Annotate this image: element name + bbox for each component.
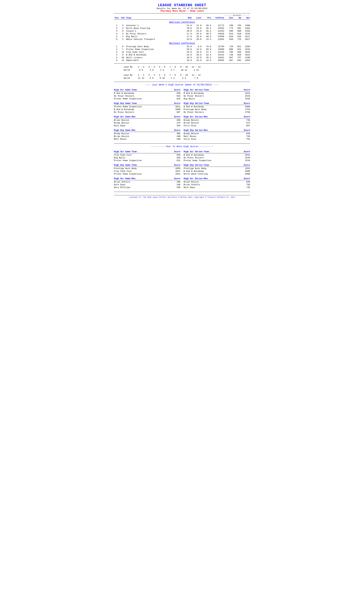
- list-item: Chris Dile 667: [184, 124, 250, 127]
- col-team-header: Team: [126, 17, 182, 19]
- list-item: Matt Moses 280: [114, 138, 180, 141]
- table-row: 2 7 Protec Home Inspection 29.0 13.0 69.…: [114, 48, 250, 51]
- ytd-high-hcp-series-team: High Hcp Series-Team Score Prestige Auto…: [184, 164, 250, 175]
- list-item: Brian Schultz 299: [114, 180, 180, 183]
- lw-high-scr-series-team: High Scr Series-Team Score B And W Autob…: [184, 89, 250, 100]
- table-row: 5 10 Split Lickers 19.0 23.0 45.2 12021 …: [114, 56, 250, 59]
- list-item: Bi Polar Rollers 2750: [184, 111, 250, 114]
- lane-label-2: Lane No: [124, 74, 135, 76]
- table-row: 1 8 Prestige Auto Body 33.0 9.0 78.6 127…: [114, 45, 250, 48]
- list-item: B And W Autobody 2622: [184, 92, 250, 95]
- list-item: Brady Boivin 736: [184, 119, 250, 122]
- lw-hsg-team-header: High Scr Game-Team Score: [114, 89, 180, 92]
- list-item: Big Balls 2416: [184, 97, 250, 100]
- ytd-high-scr-game-men: High Scr Game-Men Score Brian Schultz 29…: [114, 177, 180, 189]
- list-item: Big Balls 926: [114, 156, 180, 159]
- lw-hss-men-header: High Scr Series-Men Score: [184, 116, 250, 119]
- lw-high-hcp-game-men: High Hcp Game-Men Score Brady Boivin 306…: [114, 129, 180, 141]
- list-item: Matt Moses 759: [184, 135, 250, 138]
- list-item: B And W Autobody 2889: [184, 170, 250, 173]
- subtitle: Results for Week No. 22 of 32 02/08/2024: [114, 7, 250, 10]
- lane-section-1: Lane No 1 - 2 3 - 4 5 - 6 7 - 8 9 - 10 1…: [114, 66, 250, 72]
- list-item: Bi Polar Rollers 918: [114, 95, 180, 97]
- ytd-header: ---------- Year To Date High Scores ----…: [114, 145, 250, 148]
- list-item: Nick Daye 288: [114, 183, 180, 186]
- col-pos-header: Pos: [114, 17, 120, 19]
- lw-hhs-team-header: High Hcp Series-Team Score: [184, 102, 250, 105]
- lw-hsg-men-header: High Scr Game-Men Score: [114, 116, 180, 119]
- list-item: Flip Side Coin 950: [114, 154, 180, 156]
- american-conference-header: American Conference: [114, 21, 250, 24]
- list-item: Brady Boivin 820: [184, 132, 250, 135]
- ytd-high-scr-series-men: High Scr Series-Men Score Brian Busick 8…: [184, 177, 250, 189]
- col-lost-header: Lost: [192, 17, 201, 19]
- col-totpins-header: TotPins: [211, 17, 224, 19]
- national-conference-header: National Conference: [114, 42, 250, 45]
- list-item: Brian Busick 820: [184, 180, 250, 183]
- ytd-high-hcp-game-team: High Hcp Game-Team Score Prestige Auto B…: [114, 164, 180, 175]
- lw-hhs-men-header: High Hcp Series-Men Score: [184, 129, 250, 132]
- ytd-high-scr-series-team: High Scr Series-Team Score B And W Autob…: [184, 150, 250, 162]
- scratch-header: --------Scratch--------: [114, 14, 250, 16]
- col-tm-header: Tm#: [120, 17, 126, 19]
- col-won-header: Won: [182, 17, 192, 19]
- list-item: B And W Autobody 1009: [114, 108, 180, 111]
- ytd-hsg-men-header: High Scr Game-Men Score: [114, 177, 180, 180]
- ytd-scores: High Scr Game-Team Score Flip Side Coin …: [114, 150, 250, 191]
- table-row: 5 2 Big Balls 17.0 25.0 40.5 14586 810 9…: [114, 35, 250, 38]
- ytd-hhg-team-header: High Hcp Game-Team Score: [114, 164, 180, 167]
- american-conference-teams: 1 5 Schooner's 21.0 21.0 50.0 12772 709 …: [114, 24, 250, 41]
- list-item: Flip Side Coin 1047: [114, 170, 180, 173]
- list-item: Prestige Auto Body 2915: [184, 167, 250, 170]
- national-conference-teams: 1 8 Prestige Auto Body 33.0 9.0 78.6 127…: [114, 45, 250, 62]
- list-item: Brian Busick 673: [184, 122, 250, 124]
- col-ave-header: Ave: [224, 17, 233, 19]
- list-item: Brady Boivin 306: [114, 132, 180, 135]
- col-gm-header: Gm: [233, 17, 241, 19]
- table-row: 3 11 Flip Side Coin 24.0 18.0 57.1 14345…: [114, 51, 250, 54]
- table-row: 4 9 B And W Autobody 22.0 20.0 52.4 1314…: [114, 54, 250, 56]
- list-item: Brady Boivin 278: [114, 122, 180, 124]
- last-week-scores: High Scr Game-Team Score B And W Autobod…: [114, 89, 250, 142]
- lw-high-hcp-game-team: High Hcp Game-Team Score Protec Home Ins…: [114, 102, 180, 114]
- table-row: 6 12 Embers1871 18.0 24.0 42.9 10935 607…: [114, 59, 250, 62]
- lane-section-2: Lane No 1 - 2 3 - 4 5 - 6 7 - 8 9 - 10 1…: [114, 74, 250, 80]
- col-ser-header: Ser: [241, 17, 250, 19]
- lw-high-hcp-series-team: High Hcp Series-Team Score B And W Autob…: [184, 102, 250, 114]
- list-item: Nick Daye 745: [184, 186, 250, 189]
- subtitle2: Thursday Mens Major - Dome Lanes: [114, 10, 250, 12]
- list-item: Chris Dile 754: [184, 138, 250, 141]
- column-headers: Pos Tm# Team Won Lost Pct TotPins Ave Gm…: [114, 16, 250, 20]
- list-item: Bi Polar Rollers 987: [114, 111, 180, 114]
- lane-date-1: 02/15: [124, 69, 135, 71]
- lw-high-scr-game-team: High Scr Game-Team Score B And W Autobod…: [114, 89, 180, 100]
- lane-label-1: Lane No: [124, 66, 135, 68]
- list-item: Brian Busick 280: [114, 119, 180, 122]
- footer: Licensed To: The Dome Lanes Perfect Secr…: [114, 195, 250, 198]
- list-item: B And W Autobody 2622: [184, 154, 250, 156]
- lw-high-hcp-series-men: High Hcp Series-Men Score Brady Boivin 8…: [184, 129, 250, 141]
- list-item: Brian Schultz 750: [184, 183, 250, 186]
- lw-high-scr-game-men: High Scr Game-Men Score Brian Busick 280…: [114, 116, 180, 127]
- page-title: LEAGUE STANDING SHEET: [114, 3, 250, 7]
- list-item: Nick Daye 264: [114, 124, 180, 127]
- table-row: 6 1 KWick Vehicle Transport 14.0 28.0 33…: [114, 38, 250, 41]
- ytd-hss-team-header: High Scr Series-Team Score: [184, 150, 250, 153]
- list-item: Protec Home Inspection 1041: [114, 173, 180, 175]
- list-item: Brian Busick 280: [114, 135, 180, 138]
- list-item: B And W Autobody 920: [114, 92, 180, 95]
- ytd-high-scr-game-team: High Scr Game-Team Score Flip Side Coin …: [114, 150, 180, 162]
- table-row: 2 4 North Wood Flooring 19.0 23.0 45.2 1…: [114, 27, 250, 30]
- ytd-hsg-team-header: High Scr Game-Team Score: [114, 150, 180, 153]
- lw-hhg-men-header: High Hcp Game-Men Score: [114, 129, 180, 132]
- ytd-hhs-team-header: High Hcp Series-Team Score: [184, 164, 250, 167]
- last-week-header: ---- Last Week's High Scores (Week of 02…: [114, 84, 250, 86]
- table-row: 1 5 Schooner's 21.0 21.0 50.0 12772 709 …: [114, 24, 250, 27]
- ytd-hss-men-header: High Scr Series-Men Score: [184, 177, 250, 180]
- table-row: 4 3 Bi Polar Rollers 17.0 25.0 40.5 1481…: [114, 32, 250, 35]
- list-item: Protec Home Inspection 2534: [184, 159, 250, 162]
- lw-hhg-team-header: High Hcp Game-Team Score: [114, 102, 180, 105]
- lane-date-2: 02/22: [124, 77, 135, 79]
- list-item: Protec Home Inspection 918: [114, 97, 180, 100]
- list-item: Protec Home Inspection 921: [114, 159, 180, 162]
